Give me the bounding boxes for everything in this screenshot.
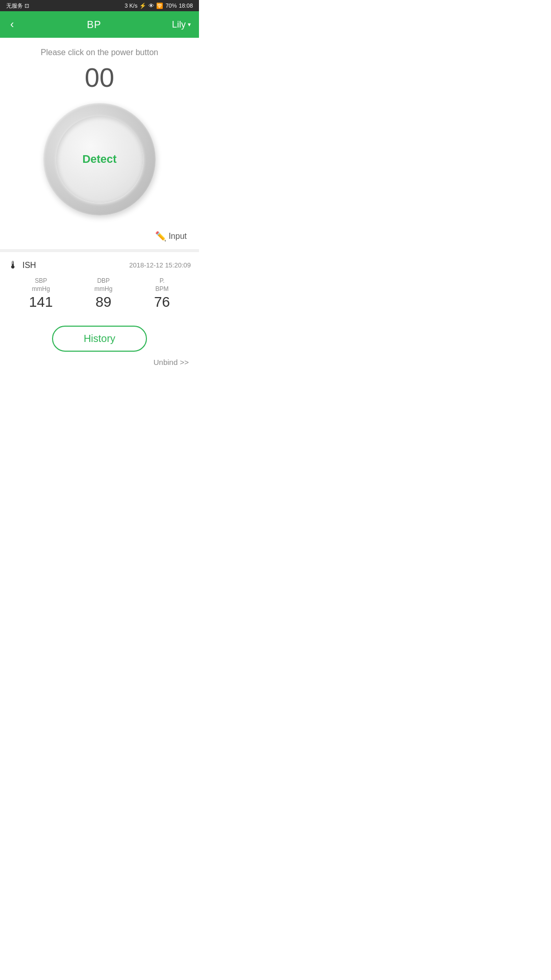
eye-icon: 👁 — [148, 3, 154, 9]
stats-type-label: ISH — [22, 261, 36, 270]
network-speed: 3 K/s — [124, 3, 137, 9]
dbp-label: DBPmmHg — [94, 277, 112, 293]
pulse-label: P.BPM — [156, 277, 169, 293]
unbind-button[interactable]: Unbind >> — [154, 358, 191, 366]
main-content: Please click on the power button 00 Dete… — [0, 38, 199, 249]
sbp-label: SBPmmHg — [32, 277, 49, 293]
status-bar: 无服务 ⊡ 3 K/s ⚡ 👁 🛜 70% 18:08 — [0, 0, 199, 11]
pulse-stat: P.BPM 76 — [154, 277, 170, 310]
header: ‹ BP Lily ▾ — [0, 11, 199, 38]
stats-header: 🌡 ISH 2018-12-12 15:20:09 — [8, 259, 191, 271]
user-name-label: Lily — [172, 19, 186, 30]
stats-type: 🌡 ISH — [8, 259, 36, 271]
detect-wrapper: Detect — [8, 103, 191, 215]
battery-icon: 70% — [165, 3, 177, 9]
page-title: BP — [87, 19, 101, 31]
dbp-value: 89 — [95, 294, 111, 310]
bluetooth-icon: ⚡ — [139, 3, 146, 9]
wifi-icon: 🛜 — [156, 3, 163, 9]
stats-values: SBPmmHg 141 DBPmmHg 89 P.BPM 76 — [8, 277, 191, 310]
stats-datetime: 2018-12-12 15:20:09 — [129, 261, 191, 269]
detect-label: Detect — [82, 153, 116, 166]
status-right: 3 K/s ⚡ 👁 🛜 70% 18:08 — [124, 3, 193, 9]
sbp-value: 141 — [29, 294, 53, 310]
stats-section: 🌡 ISH 2018-12-12 15:20:09 SBPmmHg 141 DB… — [0, 252, 199, 315]
sbp-stat: SBPmmHg 141 — [29, 277, 53, 310]
detect-outer-ring: Detect — [43, 103, 156, 215]
input-button[interactable]: Input — [168, 232, 187, 241]
time-display: 18:08 — [179, 3, 193, 9]
history-button[interactable]: History — [52, 326, 147, 352]
status-left: 无服务 ⊡ — [6, 2, 29, 10]
user-selector[interactable]: Lily ▾ — [172, 19, 191, 30]
chevron-down-icon: ▾ — [188, 21, 191, 28]
instruction-text: Please click on the power button — [8, 48, 191, 57]
pulse-value: 76 — [154, 294, 170, 310]
count-display: 00 — [8, 62, 191, 93]
dbp-stat: DBPmmHg 89 — [94, 277, 112, 310]
history-area: History Unbind >> — [0, 315, 199, 372]
pencil-icon: ✏️ — [155, 231, 166, 242]
input-area: ✏️ Input — [8, 226, 191, 249]
thermometer-icon: 🌡 — [8, 259, 18, 271]
detect-button[interactable]: Detect — [56, 116, 143, 203]
back-button[interactable]: ‹ — [8, 16, 16, 33]
